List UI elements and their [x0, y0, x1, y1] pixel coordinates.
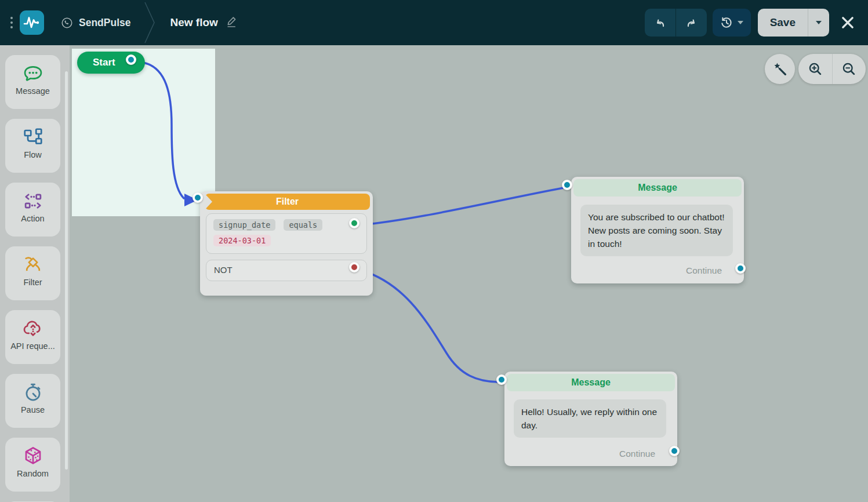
sidebar-item-label: Message — [16, 86, 50, 96]
message-top-input-port[interactable] — [562, 180, 572, 190]
api-cloud-icon — [23, 318, 43, 340]
sidebar-item-label: API reque... — [10, 341, 55, 351]
save-button[interactable]: Save — [758, 9, 808, 37]
zoom-in-button[interactable] — [798, 54, 832, 84]
pencil-edit-icon[interactable] — [226, 16, 238, 30]
kebab-menu-icon[interactable] — [10, 17, 13, 28]
zoom-out-icon — [841, 61, 857, 77]
channel-name: SendPulse — [79, 17, 130, 29]
sidebar-item-random[interactable]: Random — [5, 438, 60, 492]
whatsapp-icon — [60, 16, 74, 30]
sidebar-item-label: Filter — [23, 278, 42, 287]
sidebar-item-label: Action — [21, 214, 44, 223]
flow-tree-icon — [23, 126, 43, 148]
sidebar-item-filter[interactable]: Filter — [5, 246, 60, 300]
undo-redo-group — [645, 9, 707, 37]
breadcrumb-channel[interactable]: SendPulse — [60, 16, 130, 30]
filter-not-row[interactable]: NOT — [206, 260, 367, 281]
message-node-title: Message — [638, 183, 677, 193]
condition-operator-chip: equals — [284, 219, 322, 231]
filter-node[interactable]: Filter signup_date equals 2024-03-01 NOT — [200, 191, 373, 296]
start-output-port[interactable] — [126, 54, 136, 65]
action-transfer-icon — [23, 190, 43, 212]
dice-icon — [23, 445, 43, 467]
continue-label: Continue — [619, 449, 655, 459]
start-step-highlight — [72, 49, 215, 216]
magic-wand-icon — [771, 60, 789, 78]
message-bubble: You are subscribed to our chatbot! New p… — [580, 205, 733, 256]
filter-node-header: Filter — [205, 194, 370, 210]
chevron-down-icon — [816, 21, 822, 24]
filter-condition-row[interactable]: signup_date equals 2024-03-01 — [206, 213, 367, 254]
save-dropdown-button[interactable] — [808, 9, 829, 37]
message-node-bottom[interactable]: Message Hello! Usually, we reply within … — [504, 372, 677, 466]
condition-value-chip: 2024-03-01 — [213, 235, 271, 246]
flow-title: New flow — [170, 16, 217, 29]
history-icon — [720, 16, 733, 30]
message-top-continue-port[interactable] — [735, 263, 746, 274]
start-node[interactable]: Start — [77, 52, 145, 74]
message-node-header: Message — [507, 374, 675, 391]
undo-icon — [653, 16, 667, 30]
message-node-title: Message — [571, 377, 611, 388]
redo-button[interactable] — [676, 9, 707, 37]
message-node-top[interactable]: Message You are subscribed to our chatbo… — [571, 177, 744, 283]
save-split-button: Save — [758, 9, 829, 37]
close-button[interactable] — [839, 14, 856, 31]
zoom-in-icon — [807, 61, 823, 77]
sendpulse-logo — [20, 10, 44, 35]
filter-true-port[interactable] — [349, 218, 359, 228]
sidebar-item-label: Random — [17, 469, 49, 478]
history-button[interactable] — [713, 9, 751, 37]
sidebar-item-pause[interactable]: Pause — [5, 374, 60, 428]
zoom-controls — [798, 54, 866, 84]
sidebar-scrollbar[interactable] — [65, 71, 68, 470]
continue-label: Continue — [686, 265, 722, 276]
breadcrumb-separator — [142, 0, 157, 45]
close-icon — [839, 14, 856, 31]
message-bottom-continue-port[interactable] — [669, 446, 680, 456]
zoom-out-button[interactable] — [833, 54, 866, 84]
sidebar-item-label: Flow — [24, 150, 42, 159]
start-node-label: Start — [93, 57, 115, 68]
sidebar-item-api-request[interactable]: API reque... — [5, 310, 60, 364]
flow-builder-app: SendPulse New flow — [0, 0, 868, 502]
message-node-header: Message — [573, 179, 742, 197]
element-sidebar: Message Flow — [0, 45, 70, 502]
sidebar-item-flow[interactable]: Flow — [5, 119, 60, 173]
stopwatch-icon — [23, 381, 43, 403]
undo-button[interactable] — [645, 9, 675, 37]
save-label: Save — [770, 16, 796, 29]
message-bottom-input-port[interactable] — [496, 374, 507, 385]
filter-input-port[interactable] — [193, 192, 203, 203]
filter-node-title: Filter — [276, 197, 299, 207]
message-bubble: Hello! Usually, we reply within one day. — [514, 399, 666, 438]
filter-not-label: NOT — [206, 260, 366, 275]
filter-branch-icon — [23, 254, 43, 276]
sidebar-item-message[interactable]: Message — [5, 55, 60, 109]
chat-bubble-icon — [23, 63, 43, 85]
chevron-down-icon — [738, 21, 743, 24]
magic-wand-button[interactable] — [765, 54, 795, 84]
sidebar-item-action[interactable]: Action — [5, 183, 60, 237]
filter-false-port[interactable] — [349, 262, 359, 272]
sidebar-item-label: Pause — [21, 405, 45, 414]
redo-icon — [684, 16, 699, 30]
top-bar: SendPulse New flow — [0, 0, 868, 45]
condition-field-chip: signup_date — [213, 219, 275, 231]
